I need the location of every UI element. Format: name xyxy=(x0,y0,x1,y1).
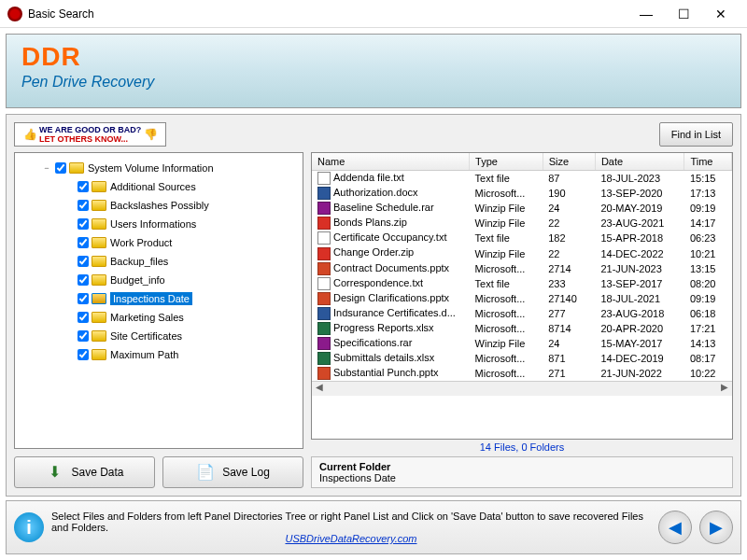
tree-checkbox[interactable] xyxy=(78,237,89,248)
folder-tree[interactable]: −System Volume InformationAdditional Sou… xyxy=(14,152,303,449)
file-row[interactable]: Certificate Occupancy.txtText file18215-… xyxy=(312,231,732,245)
folder-icon xyxy=(92,237,106,248)
tree-checkbox[interactable] xyxy=(78,274,89,286)
scroll-left-icon[interactable]: ◀ xyxy=(312,382,327,396)
tree-checkbox[interactable] xyxy=(78,330,89,342)
tree-node[interactable]: Backup_files xyxy=(19,252,299,271)
file-icon xyxy=(317,337,331,350)
right-panel: Name Type Size Date Time Addenda file.tx… xyxy=(311,152,733,488)
current-folder-box: Current Folder Inspections Date xyxy=(311,456,733,488)
file-icon xyxy=(317,367,331,380)
file-row[interactable]: Bonds Plans.zipWinzip File2223-AUG-20211… xyxy=(312,216,732,231)
footer-link[interactable]: USBDriveDataRecovery.com xyxy=(51,533,651,544)
tree-label: Marketing Sales xyxy=(110,312,184,323)
tree-label: Backslashes Possibly xyxy=(110,200,209,211)
file-row[interactable]: Design Clarifications.pptxMicrosoft...27… xyxy=(312,291,732,306)
tree-node[interactable]: Maximum Path xyxy=(19,345,299,364)
folder-icon xyxy=(92,312,106,323)
tree-node[interactable]: Marketing Sales xyxy=(19,308,299,327)
file-row[interactable]: Indsurance Certificates.d...Microsoft...… xyxy=(312,306,732,321)
tree-node[interactable]: Work Product xyxy=(19,233,299,252)
col-time[interactable]: Time xyxy=(684,153,732,171)
file-row[interactable]: Authorization.docxMicrosoft...19013-SEP-… xyxy=(312,186,732,201)
maximize-button[interactable]: ☐ xyxy=(665,4,702,24)
brand-logo: DDR xyxy=(21,42,726,72)
horizontal-scrollbar[interactable]: ◀ ▶ xyxy=(312,381,732,396)
tree-node[interactable]: Site Certificates xyxy=(19,327,299,345)
folder-icon xyxy=(92,274,106,286)
save-data-label: Save Data xyxy=(71,466,123,479)
tree-node[interactable]: −System Volume Information xyxy=(19,159,299,177)
file-icon xyxy=(317,247,331,260)
col-size[interactable]: Size xyxy=(543,153,595,171)
left-panel: −System Volume InformationAdditional Sou… xyxy=(14,152,303,488)
tree-checkbox[interactable] xyxy=(78,200,89,211)
log-icon: 📄 xyxy=(196,463,215,482)
expander-icon[interactable]: − xyxy=(41,163,52,173)
window-title: Basic Search xyxy=(28,7,627,21)
brand-subtitle: Pen Drive Recovery xyxy=(21,74,726,91)
back-button[interactable]: ◀ xyxy=(658,511,692,544)
close-button[interactable]: ✕ xyxy=(702,4,740,24)
tree-checkbox[interactable] xyxy=(78,349,89,360)
current-folder-value: Inspections Date xyxy=(319,472,725,483)
save-log-button[interactable]: 📄 Save Log xyxy=(162,456,303,488)
footer: i Select Files and Folders from left Pan… xyxy=(6,500,741,554)
info-icon: i xyxy=(14,512,44,542)
file-icon xyxy=(317,292,331,305)
tree-checkbox[interactable] xyxy=(78,181,89,192)
file-row[interactable]: Contract Documents.pptxMicrosoft...27142… xyxy=(312,261,732,276)
save-data-button[interactable]: ⬇ Save Data xyxy=(14,456,155,488)
file-icon xyxy=(317,202,331,215)
col-name[interactable]: Name xyxy=(312,153,470,171)
save-log-label: Save Log xyxy=(222,466,270,479)
tree-checkbox[interactable] xyxy=(78,218,89,230)
file-count-status: 14 Files, 0 Folders xyxy=(311,440,733,455)
feedback-box[interactable]: 👍 WE ARE GOOD OR BAD? LET OTHERS KNOW...… xyxy=(14,122,166,147)
file-row[interactable]: Correspondence.txtText file23313-SEP-201… xyxy=(312,276,732,291)
download-icon: ⬇ xyxy=(45,463,63,482)
tree-label: Users Informations xyxy=(110,218,196,230)
tree-node[interactable]: Inspections Date xyxy=(19,289,299,308)
action-buttons: ⬇ Save Data 📄 Save Log xyxy=(14,456,303,488)
folder-icon xyxy=(69,162,84,174)
tree-checkbox[interactable] xyxy=(78,256,89,267)
forward-button[interactable]: ▶ xyxy=(699,511,733,544)
file-list[interactable]: Name Type Size Date Time Addenda file.tx… xyxy=(311,152,733,440)
file-icon xyxy=(317,352,331,365)
find-in-list-button[interactable]: Find in List xyxy=(659,122,733,147)
file-row[interactable]: Baseline Schedule.rarWinzip File2420-MAY… xyxy=(312,201,732,216)
tree-node[interactable]: Users Informations xyxy=(19,215,299,233)
file-row[interactable]: Substantial Punch.pptxMicrosoft...27121-… xyxy=(312,366,732,381)
banner: DDR Pen Drive Recovery xyxy=(6,34,741,108)
tree-checkbox[interactable] xyxy=(78,293,89,304)
current-folder-heading: Current Folder xyxy=(319,461,725,472)
tree-node[interactable]: Additional Sources xyxy=(19,177,299,196)
file-row[interactable]: Submittals details.xlsxMicrosoft...87114… xyxy=(312,351,732,366)
folder-icon xyxy=(92,181,106,192)
tree-checkbox[interactable] xyxy=(55,162,66,174)
file-icon xyxy=(317,307,331,320)
file-row[interactable]: Addenda file.txtText file8718-JUL-202315… xyxy=(312,171,732,187)
tree-label: System Volume Information xyxy=(88,162,214,174)
file-icon xyxy=(317,172,331,185)
file-icon xyxy=(317,187,331,200)
scroll-right-icon[interactable]: ▶ xyxy=(717,382,732,396)
tree-node[interactable]: Backslashes Possibly xyxy=(19,196,299,215)
feedback-line1: WE ARE GOOD OR BAD? xyxy=(39,125,141,134)
thumbs-up-icon: 👍 xyxy=(23,128,36,141)
footer-text: Select Files and Folders from left Panel… xyxy=(51,511,651,544)
content-area: 👍 WE ARE GOOD OR BAD? LET OTHERS KNOW...… xyxy=(6,114,741,497)
file-row[interactable]: Specifications.rarWinzip File2415-MAY-20… xyxy=(312,336,732,351)
file-row[interactable]: Change Order.zipWinzip File2214-DEC-2022… xyxy=(312,245,732,260)
tree-label: Maximum Path xyxy=(110,349,178,360)
tree-checkbox[interactable] xyxy=(78,312,89,323)
minimize-button[interactable]: — xyxy=(627,4,665,24)
app-icon xyxy=(7,7,22,21)
tree-node[interactable]: Budget_info xyxy=(19,271,299,289)
file-row[interactable]: Progress Reports.xlsxMicrosoft...871420-… xyxy=(312,321,732,336)
thumbs-down-icon: 👎 xyxy=(144,128,157,141)
col-date[interactable]: Date xyxy=(595,153,684,171)
feedback-line2: LET OTHERS KNOW... xyxy=(39,134,128,144)
col-type[interactable]: Type xyxy=(470,153,543,171)
